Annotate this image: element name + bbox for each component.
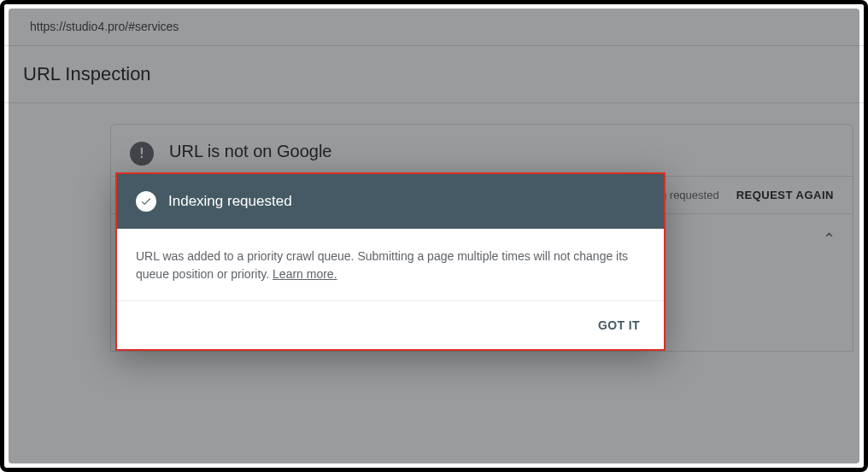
dialog-body-text: URL was added to a priority crawl queue.…	[136, 249, 628, 281]
dialog-body: URL was added to a priority crawl queue.…	[117, 229, 664, 301]
dialog-actions: GOT IT	[117, 301, 664, 349]
learn-more-link[interactable]: Learn more.	[273, 267, 337, 281]
dialog-header: Indexing requested	[117, 174, 664, 229]
dialog-title: Indexing requested	[168, 193, 292, 210]
got-it-button[interactable]: GOT IT	[591, 313, 647, 337]
indexing-requested-dialog: Indexing requested URL was added to a pr…	[115, 172, 666, 351]
check-circle-icon	[136, 191, 156, 212]
